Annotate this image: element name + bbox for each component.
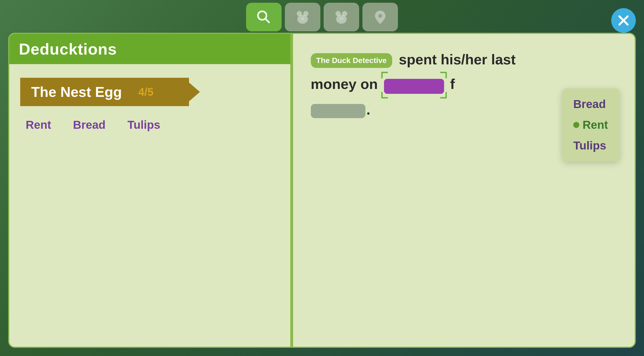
blank-slot[interactable] [384,74,444,96]
clue-bread[interactable]: Bread [73,118,105,131]
answer-blank [311,104,365,118]
close-button[interactable] [611,8,636,33]
left-page-content: The Nest Egg 4/5 Rent Bread Tulips [9,64,290,145]
left-page: Deducktions The Nest Egg 4/5 Rent Bread … [8,33,291,348]
blank-slot-inner [384,79,444,94]
text-part2: money on [311,76,378,92]
chapter-banner-shape: The Nest Egg 4/5 [20,78,189,106]
dropdown-menu: Bread Rent Tulips [562,88,620,161]
dropdown-label-bread: Bread [573,98,606,111]
chapter-banner[interactable]: The Nest Egg 4/5 [20,78,279,106]
detective-badge: The Duck Detective [311,53,392,68]
corner-br [440,92,447,98]
search-icon [256,9,272,25]
left-page-header: Deducktions [9,34,290,64]
location-icon [372,9,388,25]
corner-tr [440,72,447,78]
svg-point-5 [301,16,305,20]
clue-items: Rent Bread Tulips [20,118,279,131]
tab-search[interactable] [246,3,282,31]
dropdown-item-rent[interactable]: Rent [571,115,611,135]
end-punctuation: . [367,102,370,118]
top-nav [246,0,398,31]
dropdown-item-bread[interactable]: Bread [571,94,611,115]
corner-bl [381,92,388,98]
chapter-progress: 4/5 [138,86,167,98]
tab-location[interactable] [362,3,398,31]
text-part3: f [450,76,455,92]
tab-bear2[interactable] [324,3,359,31]
svg-point-10 [378,14,382,18]
deducktions-title: Deducktions [19,40,281,58]
text-line-1: The Duck Detective spent his/her last [311,49,620,70]
clue-rent[interactable]: Rent [26,118,51,131]
text-part1: spent his/her last [399,52,516,67]
selected-dot [573,122,579,128]
corner-tl [381,72,388,78]
tab-bear1[interactable] [285,3,320,31]
svg-line-1 [265,19,269,22]
page-divider [291,33,293,348]
svg-point-9 [339,16,343,20]
bear-icon-1 [294,9,311,25]
right-page: The Duck Detective spent his/her last mo… [293,33,636,348]
dropdown-label-tulips: Tulips [573,139,606,152]
bear-icon-2 [333,9,350,25]
dropdown-label-rent: Rent [583,118,608,131]
close-icon [617,14,630,27]
book-container: Deducktions The Nest Egg 4/5 Rent Bread … [8,33,636,348]
chapter-title: The Nest Egg [31,84,122,100]
dropdown-item-tulips[interactable]: Tulips [571,135,611,156]
clue-tulips[interactable]: Tulips [127,118,160,131]
